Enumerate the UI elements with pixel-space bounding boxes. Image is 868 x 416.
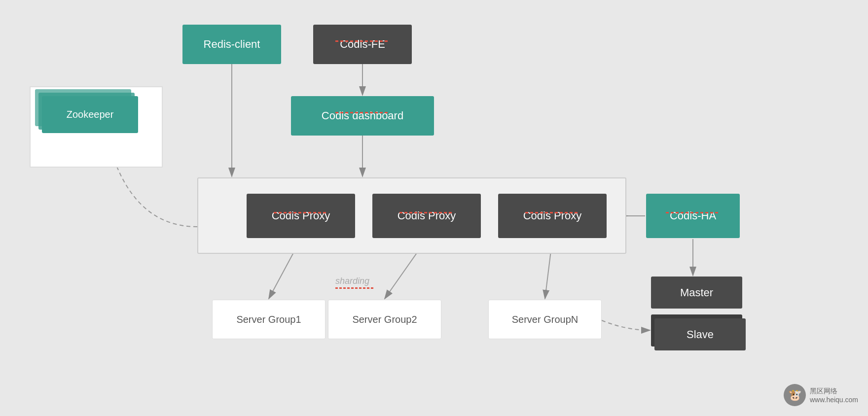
codis-ha-box: Codis-HA [646,194,740,238]
proxy2-box: Codis Proxy [372,194,481,238]
proxy3-label: Codis Proxy [523,209,582,222]
zookeeper-card-front: Zookeeper [42,96,138,133]
watermark: 🐮 黑区网络 www.heiqu.com [784,384,858,406]
codis-fe-box: Codis-FE [313,25,412,64]
diagram-container: Redis-client Codis-FE Codis dashboard Zo… [0,0,868,416]
slave-label: Slave [687,328,714,341]
codis-ha-underline [666,212,720,213]
proxy1-box: Codis Proxy [247,194,355,238]
zookeeper-label: Zookeeper [67,109,114,120]
watermark-site: www.heiqu.com [810,396,858,404]
watermark-icon: 🐮 [784,384,806,406]
server-group1-label: Server Group1 [236,314,301,325]
proxy3-box: Codis Proxy [498,194,607,238]
server-group1-box: Server Group1 [212,300,326,339]
codis-fe-label: Codis-FE [340,38,385,51]
codis-dashboard-label: Codis dashboard [322,109,403,122]
proxy2-underline [399,212,454,213]
server-group2-box: Server Group2 [328,300,441,339]
codis-ha-label: Codis-HA [670,209,716,222]
proxy1-label: Codis Proxy [272,209,330,222]
server-groupN-box: Server GroupN [488,300,602,339]
sharding-underline [335,287,375,289]
sharding-label: sharding [335,276,375,289]
server-groupN-label: Server GroupN [512,314,579,325]
codis-fe-underline [335,40,390,42]
redis-client-box: Redis-client [182,25,281,64]
master-box: Master [651,277,742,309]
watermark-brand: 黑区网络 [810,387,858,396]
server-group2-label: Server Group2 [352,314,417,325]
redis-client-label: Redis-client [204,38,260,51]
proxy2-label: Codis Proxy [398,209,456,222]
codis-dashboard-box: Codis dashboard [291,96,434,136]
slave-box-front: Slave [654,318,746,350]
master-label: Master [680,286,713,299]
watermark-text: 黑区网络 www.heiqu.com [810,387,858,404]
codis-dashboard-underline [335,112,390,113]
proxy1-underline [274,212,328,213]
proxy3-underline [525,212,579,213]
